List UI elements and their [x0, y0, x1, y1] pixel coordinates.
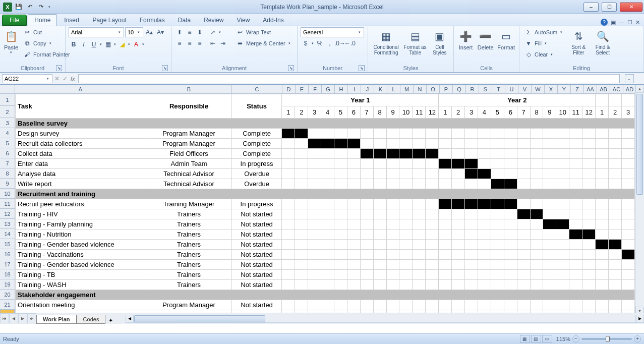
align-top-icon[interactable]: ⬆: [174, 27, 185, 37]
gantt-cell[interactable]: [439, 209, 452, 219]
gantt-cell[interactable]: [308, 179, 321, 189]
col-header[interactable]: Z: [571, 85, 584, 93]
vscroll-thumb[interactable]: [636, 94, 643, 195]
gantt-cell[interactable]: [452, 149, 465, 159]
gantt-cell[interactable]: [386, 199, 399, 209]
align-bottom-icon[interactable]: ⬇: [195, 27, 205, 37]
gantt-cell[interactable]: [491, 260, 504, 270]
sheet-tab-workplan[interactable]: Work Plan: [36, 315, 77, 324]
gantt-cell[interactable]: [504, 300, 517, 310]
gantt-cell[interactable]: [347, 300, 360, 310]
gantt-cell[interactable]: [295, 270, 308, 280]
gantt-cell[interactable]: [308, 260, 321, 270]
gantt-cell[interactable]: [569, 300, 582, 310]
task-cell[interactable]: Enter data: [16, 159, 146, 169]
gantt-cell[interactable]: [439, 199, 452, 209]
clipboard-launcher-icon[interactable]: ⬊: [56, 65, 62, 71]
gantt-cell[interactable]: [504, 149, 517, 159]
month-header[interactable]: 6: [347, 106, 360, 119]
gantt-cell[interactable]: [596, 280, 609, 290]
gantt-cell[interactable]: [334, 219, 347, 230]
gantt-cell[interactable]: [386, 179, 399, 189]
italic-button[interactable]: I: [79, 39, 89, 49]
month-header[interactable]: 10: [399, 106, 413, 119]
gantt-cell[interactable]: [360, 240, 373, 250]
gantt-cell[interactable]: [504, 169, 517, 179]
gantt-cell[interactable]: [582, 149, 596, 159]
gantt-cell[interactable]: [452, 260, 465, 270]
gantt-cell[interactable]: [543, 250, 556, 260]
gantt-cell[interactable]: [308, 129, 321, 139]
gantt-cell[interactable]: [386, 169, 399, 179]
status-cell[interactable]: Complete: [231, 149, 282, 159]
gantt-cell[interactable]: [478, 179, 491, 189]
gantt-cell[interactable]: [478, 280, 491, 290]
gantt-cell[interactable]: [439, 280, 452, 290]
gantt-cell[interactable]: [413, 169, 426, 179]
gantt-cell[interactable]: [596, 169, 609, 179]
gantt-cell[interactable]: [439, 230, 452, 240]
gantt-cell[interactable]: [413, 280, 426, 290]
expand-formula-icon[interactable]: ⌄: [625, 74, 634, 83]
status-cell[interactable]: Complete: [231, 129, 282, 139]
gantt-cell[interactable]: [282, 169, 295, 179]
gantt-cell[interactable]: [543, 129, 556, 139]
sort-filter-button[interactable]: ⇅Sort & Filter: [567, 27, 590, 55]
gantt-cell[interactable]: [426, 280, 439, 290]
gantt-cell[interactable]: [478, 129, 491, 139]
gantt-cell[interactable]: [478, 219, 491, 230]
gantt-cell[interactable]: [622, 260, 635, 270]
gantt-cell[interactable]: [582, 129, 596, 139]
gantt-cell[interactable]: [556, 169, 569, 179]
responsible-cell[interactable]: Technical Advisor: [146, 169, 231, 179]
gantt-cell[interactable]: [543, 159, 556, 169]
gantt-cell[interactable]: [426, 149, 439, 159]
clear-button[interactable]: ◇Clear▾: [522, 49, 565, 60]
gantt-cell[interactable]: [334, 159, 347, 169]
gantt-cell[interactable]: [622, 209, 635, 219]
gantt-cell[interactable]: [478, 149, 491, 159]
gantt-cell[interactable]: [360, 209, 373, 219]
gantt-cell[interactable]: [386, 260, 399, 270]
gantt-cell[interactable]: [399, 270, 413, 280]
gantt-cell[interactable]: [321, 149, 334, 159]
gantt-cell[interactable]: [373, 280, 386, 290]
gantt-cell[interactable]: [504, 159, 517, 169]
month-header[interactable]: 3: [622, 106, 635, 119]
gantt-cell[interactable]: [282, 230, 295, 240]
gantt-cell[interactable]: [543, 280, 556, 290]
row-header[interactable]: 17: [0, 259, 15, 269]
gantt-cell[interactable]: [582, 199, 596, 209]
font-color-icon[interactable]: A: [131, 39, 141, 49]
month-header[interactable]: 2: [452, 106, 465, 119]
gantt-cell[interactable]: [360, 280, 373, 290]
gantt-cell[interactable]: [582, 230, 596, 240]
gantt-cell[interactable]: [596, 149, 609, 159]
gantt-cell[interactable]: [360, 129, 373, 139]
gantt-cell[interactable]: [569, 250, 582, 260]
gantt-cell[interactable]: [530, 159, 543, 169]
gantt-cell[interactable]: [439, 270, 452, 280]
gantt-cell[interactable]: [308, 139, 321, 149]
format-cells-button[interactable]: ▭Format: [496, 27, 516, 50]
gantt-cell[interactable]: [596, 179, 609, 189]
col-header[interactable]: U: [505, 85, 518, 93]
gantt-cell[interactable]: [347, 129, 360, 139]
gantt-cell[interactable]: [609, 250, 622, 260]
col-header[interactable]: F: [309, 85, 322, 93]
gantt-cell[interactable]: [596, 219, 609, 230]
status-cell[interactable]: Complete: [231, 139, 282, 149]
col-header[interactable]: E: [296, 85, 309, 93]
gantt-cell[interactable]: [491, 209, 504, 219]
gantt-cell[interactable]: [282, 250, 295, 260]
cells-area[interactable]: TaskResponsibleStatusYear 1Year 21234567…: [15, 94, 635, 315]
month-header[interactable]: 5: [334, 106, 347, 119]
insert-cells-button[interactable]: ➕Insert: [457, 27, 475, 50]
gantt-cell[interactable]: [504, 240, 517, 250]
month-header[interactable]: 4: [478, 106, 491, 119]
gantt-cell[interactable]: [282, 179, 295, 189]
gantt-cell[interactable]: [399, 199, 413, 209]
sheet-tab-codes[interactable]: Codes: [77, 315, 106, 324]
gantt-cell[interactable]: [347, 250, 360, 260]
row-header[interactable]: 14: [0, 229, 15, 239]
